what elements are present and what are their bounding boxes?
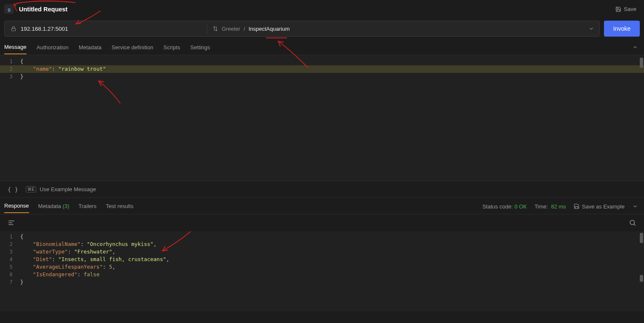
- tab-authorization[interactable]: Authorization: [37, 41, 69, 54]
- chevron-down-icon[interactable]: [588, 26, 594, 32]
- save-icon: [574, 203, 580, 209]
- status-code-value: 0 OK: [515, 203, 527, 210]
- tab-response-metadata-label: Metadata: [38, 203, 61, 209]
- code-line[interactable]: 5 "AverageLifespanYears": 5,: [0, 263, 644, 271]
- response-scroll-indicator[interactable]: [640, 233, 643, 243]
- grpc-badge-icon: g: [4, 4, 14, 14]
- tab-scripts[interactable]: Scripts: [164, 41, 180, 54]
- format-json-icon[interactable]: { }: [8, 186, 18, 193]
- endpoint-text: 192.168.1.27:5001: [21, 26, 68, 32]
- code-content: "IsEndangered": false: [17, 271, 644, 278]
- code-content: {: [17, 58, 644, 65]
- save-icon: [615, 6, 621, 12]
- request-editor-footer: { } ⌘E Use Example Message: [0, 181, 644, 198]
- save-button[interactable]: Save: [615, 6, 636, 12]
- code-line[interactable]: 3 "waterType": "Freshwater",: [0, 248, 644, 256]
- tab-service-definition[interactable]: Service definition: [112, 41, 153, 54]
- response-toolbar: [0, 214, 644, 231]
- code-content: "waterType": "Freshwater",: [17, 248, 644, 256]
- time-value: 82 ms: [551, 203, 566, 210]
- collapse-icon[interactable]: [632, 44, 638, 51]
- tab-response-metadata[interactable]: Metadata (3): [38, 200, 70, 213]
- code-line[interactable]: 3}: [0, 73, 644, 80]
- code-line[interactable]: 2 "name": "rainbow trout": [0, 65, 644, 73]
- code-line[interactable]: 4 "Diet": "Insects, small fish, crustace…: [0, 256, 644, 263]
- lock-icon: [11, 26, 16, 32]
- line-number: 3: [0, 248, 17, 256]
- request-body-editor[interactable]: 1{2 "name": "rainbow trout"3}: [0, 55, 644, 181]
- tab-trailers[interactable]: Trailers: [78, 200, 97, 213]
- line-wrap-icon[interactable]: [8, 219, 15, 227]
- search-icon[interactable]: [629, 219, 636, 227]
- tab-metadata[interactable]: Metadata: [79, 41, 102, 54]
- svg-line-5: [634, 224, 635, 225]
- chevron-down-icon[interactable]: [632, 203, 638, 209]
- line-number: 2: [0, 65, 17, 73]
- request-title[interactable]: Untitled Request: [19, 6, 67, 13]
- endpoint-section[interactable]: 192.168.1.27:5001: [5, 26, 207, 32]
- code-line[interactable]: 1{: [0, 233, 644, 240]
- tab-message[interactable]: Message: [4, 40, 27, 54]
- code-content: "BionomialName": "Oncorhynchus mykiss",: [17, 240, 644, 248]
- time-label: Time: 82 ms: [534, 203, 566, 210]
- header-bar: g Untitled Request Save: [0, 0, 644, 17]
- line-number: 1: [0, 233, 17, 240]
- keyboard-shortcut-icon: ⌘E: [26, 186, 36, 192]
- line-number: 7: [0, 278, 17, 286]
- method-name: InspectAquarium: [249, 26, 290, 32]
- code-content: "Diet": "Insects, small fish, crustacean…: [17, 256, 644, 263]
- tab-test-results[interactable]: Test results: [106, 200, 134, 213]
- tab-settings[interactable]: Settings: [191, 41, 210, 54]
- save-as-example-label: Save as Example: [582, 203, 625, 210]
- save-label: Save: [624, 6, 636, 12]
- status-code-label: Status code: 0 OK: [483, 203, 527, 210]
- url-bar-row: 192.168.1.27:5001 Greeter / InspectAquar…: [0, 17, 644, 40]
- tab-response[interactable]: Response: [4, 199, 29, 213]
- code-content: "name": "rainbow trout": [17, 65, 644, 73]
- svg-point-4: [630, 220, 635, 225]
- metadata-count: (3): [62, 203, 69, 209]
- service-separator: /: [244, 26, 245, 32]
- invoke-button[interactable]: Invoke: [604, 21, 640, 37]
- code-line[interactable]: 7}: [0, 278, 644, 286]
- save-as-example-button[interactable]: Save as Example: [574, 203, 625, 210]
- svg-rect-0: [11, 28, 15, 31]
- line-number: 1: [0, 58, 17, 65]
- service-name: Greeter: [222, 26, 240, 32]
- use-example-button[interactable]: ⌘E Use Example Message: [26, 186, 96, 192]
- url-bar: 192.168.1.27:5001 Greeter / InspectAquar…: [4, 21, 600, 37]
- line-number: 4: [0, 256, 17, 263]
- code-line[interactable]: 1{: [0, 58, 644, 65]
- code-content: }: [17, 278, 644, 286]
- request-tabs: Message Authorization Metadata Service d…: [0, 40, 644, 55]
- code-content: "AverageLifespanYears": 5,: [17, 263, 644, 271]
- line-number: 2: [0, 240, 17, 248]
- use-example-label: Use Example Message: [40, 186, 96, 192]
- line-number: 3: [0, 73, 17, 80]
- response-tabs: Response Metadata (3) Trailers Test resu…: [0, 198, 644, 214]
- editor-scroll-indicator[interactable]: [640, 58, 643, 68]
- code-line[interactable]: 2 "BionomialName": "Oncorhynchus mykiss"…: [0, 240, 644, 248]
- response-status-bar: Status code: 0 OK Time: 82 ms Save as Ex…: [483, 198, 638, 215]
- swap-vertical-icon: [212, 26, 218, 32]
- line-number: 6: [0, 271, 17, 278]
- code-content: }: [17, 73, 644, 80]
- response-body-viewer[interactable]: 1{2 "BionomialName": "Oncorhynchus mykis…: [0, 231, 644, 311]
- method-selector[interactable]: Greeter / InspectAquarium: [207, 26, 599, 32]
- code-content: {: [17, 233, 644, 240]
- line-number: 5: [0, 263, 17, 271]
- code-line[interactable]: 6 "IsEndangered": false: [0, 271, 644, 278]
- response-scroll-indicator-2[interactable]: [640, 275, 643, 282]
